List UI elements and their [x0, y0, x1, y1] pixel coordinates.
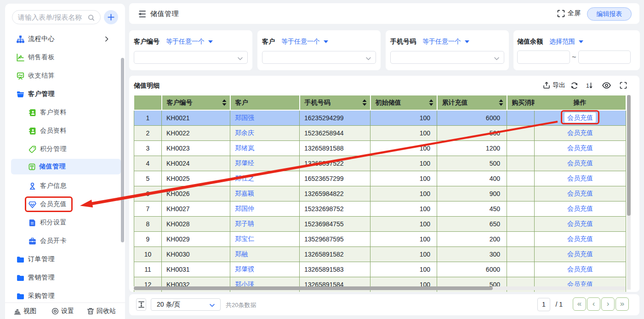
svg-text:1: 1 — [586, 83, 589, 89]
